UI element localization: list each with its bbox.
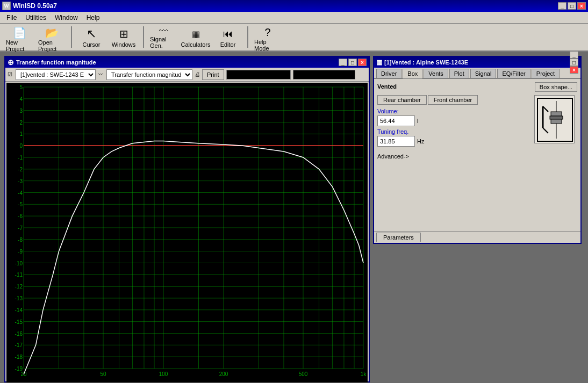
- tf-titlebar: ⊕ Transfer function magnitude _ □ ×: [5, 57, 369, 68]
- toolbar-separator-1: [71, 26, 72, 48]
- tab-plot[interactable]: Plot: [449, 69, 469, 78]
- tf-wave-icon: 〰: [98, 71, 103, 77]
- tf-source-combo[interactable]: [1]vented : SWE-1243 E: [16, 69, 96, 80]
- graph-canvas: [6, 83, 368, 381]
- signal-gen-icon: 〰: [155, 26, 172, 36]
- vented-title-icon: ▦: [376, 59, 382, 66]
- tab-vents[interactable]: Vents: [424, 69, 448, 78]
- rear-chamber-button[interactable]: Rear chamber: [377, 95, 427, 105]
- signal-gen-label: Signal Gen.: [150, 36, 177, 49]
- vented-title: [1]Vented : Alpine SWE-1243E: [384, 59, 468, 66]
- editor-label: Editor: [220, 41, 236, 48]
- cursor-icon: ↖: [83, 26, 100, 41]
- maximize-btn[interactable]: □: [568, 2, 576, 10]
- app-icon: W: [2, 2, 11, 10]
- help-mode-label: Help Mode: [254, 39, 281, 52]
- cursor-button[interactable]: ↖ Cursor: [76, 25, 106, 49]
- vented-maximize-btn[interactable]: □: [570, 59, 578, 66]
- tf-print-button[interactable]: Print: [202, 69, 224, 80]
- vented-type-label: Vented: [377, 83, 397, 90]
- new-project-button[interactable]: 📄 New Project: [4, 25, 34, 49]
- tf-close-btn[interactable]: ×: [358, 59, 367, 66]
- tf-toolbar: ☑ [1]vented : SWE-1243 E 〰 Transfer func…: [5, 68, 369, 82]
- tab-signal[interactable]: Signal: [470, 69, 497, 78]
- close-btn[interactable]: ×: [577, 2, 586, 10]
- menu-file[interactable]: File: [2, 13, 21, 23]
- tuning-label: Tuning freq.: [377, 128, 530, 135]
- tf-minimize-btn[interactable]: _: [339, 59, 347, 66]
- windows-icon: ⊞: [115, 26, 132, 41]
- open-project-label: Open Project: [38, 39, 65, 52]
- parameters-bar: Parameters: [374, 231, 580, 243]
- vented-close-btn[interactable]: ×: [570, 66, 578, 74]
- editor-button[interactable]: ⏮ Editor: [213, 25, 243, 49]
- tf-color-indicator-2: [293, 70, 355, 80]
- speaker-diagram-container: [534, 95, 577, 147]
- vented-titlebar: ▦ [1]Vented : Alpine SWE-1243E _ □ ×: [374, 57, 580, 68]
- menu-help[interactable]: Help: [82, 13, 104, 23]
- tab-driver[interactable]: Driver: [376, 69, 401, 78]
- minimize-btn[interactable]: _: [558, 2, 567, 10]
- help-mode-button[interactable]: ? Help Mode: [253, 25, 283, 49]
- tf-color-indicator-1: [226, 70, 291, 80]
- vented-win-controls: _ □ ×: [570, 51, 578, 74]
- parameters-tab[interactable]: Parameters: [376, 233, 421, 242]
- tf-type-combo[interactable]: Transfer function magnitude: [106, 69, 192, 80]
- svg-line-6: [543, 128, 548, 133]
- cursor-label: Cursor: [82, 41, 100, 48]
- app-title-bar: W WinISD 0.50a7 _ □ ×: [0, 0, 588, 12]
- main-area: ⊕ Transfer function magnitude _ □ × ☑ [1…: [0, 52, 588, 383]
- toolbar-separator-3: [247, 26, 248, 48]
- graph-area: [6, 83, 368, 382]
- menu-utilities[interactable]: Utilities: [21, 13, 51, 23]
- open-project-button[interactable]: 📂 Open Project: [37, 25, 67, 49]
- volume-unit: l: [417, 118, 418, 124]
- toolbar-separator-2: [143, 26, 144, 48]
- svg-rect-2: [551, 112, 562, 116]
- svg-rect-4: [551, 119, 562, 124]
- tf-window: ⊕ Transfer function magnitude _ □ × ☑ [1…: [4, 56, 370, 382]
- calculators-button[interactable]: ▦ Calculators: [181, 25, 211, 49]
- windows-button[interactable]: ⊞ Windows: [109, 25, 139, 49]
- vented-minimize-btn[interactable]: _: [570, 51, 578, 59]
- tf-title: Transfer function magnitude: [16, 59, 96, 66]
- tf-check-icon: ☑: [8, 71, 12, 77]
- tuning-unit: Hz: [417, 138, 424, 144]
- menu-window[interactable]: Window: [51, 13, 82, 23]
- tab-project[interactable]: Project: [532, 69, 560, 78]
- tf-print-icon: 🖨: [195, 71, 200, 77]
- vented-tabs: Driver Box Vents Plot Signal EQ/Filter P…: [374, 68, 580, 79]
- app-title: WinISD 0.50a7: [13, 2, 57, 10]
- tuning-row: Hz: [377, 136, 530, 147]
- tab-eq-filter[interactable]: EQ/Filter: [497, 69, 530, 78]
- volume-label: Volume:: [377, 108, 530, 114]
- front-chamber-button[interactable]: Front chamber: [428, 95, 478, 105]
- vented-content: Vented Box shape... Rear chamber Front c…: [374, 79, 580, 163]
- help-mode-icon: ?: [259, 26, 276, 39]
- svg-rect-3: [550, 116, 563, 119]
- vented-window: ▦ [1]Vented : Alpine SWE-1243E _ □ × Dri…: [373, 56, 582, 244]
- calculators-label: Calculators: [181, 41, 210, 48]
- signal-gen-button[interactable]: 〰 Signal Gen.: [148, 25, 178, 49]
- volume-row: l: [377, 115, 530, 126]
- calculators-icon: ▦: [187, 26, 204, 41]
- open-project-icon: 📂: [43, 26, 60, 39]
- windows-label: Windows: [112, 41, 136, 48]
- new-project-label: New Project: [6, 39, 33, 52]
- speaker-diagram: [534, 95, 575, 143]
- box-shape-button[interactable]: Box shape...: [535, 82, 577, 92]
- volume-input[interactable]: [377, 115, 415, 126]
- editor-icon: ⏮: [219, 26, 236, 41]
- tf-win-controls: _ □ ×: [339, 59, 367, 66]
- chamber-row: Rear chamber Front chamber: [377, 95, 530, 105]
- tab-box[interactable]: Box: [403, 69, 422, 78]
- advanced-button[interactable]: Advanced->: [377, 153, 577, 160]
- toolbar: 📄 New Project 📂 Open Project ↖ Cursor ⊞ …: [0, 24, 588, 52]
- tuning-input[interactable]: [377, 136, 415, 147]
- tf-maximize-btn[interactable]: □: [348, 59, 357, 66]
- new-project-icon: 📄: [11, 26, 28, 39]
- menu-bar: File Utilities Window Help: [0, 12, 588, 24]
